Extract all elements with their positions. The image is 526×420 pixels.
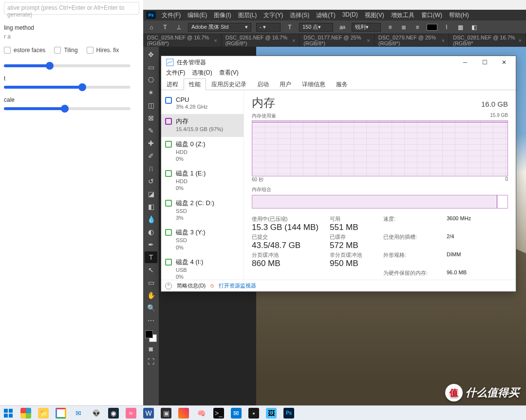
crop-tool-icon[interactable]: ◫ — [145, 99, 157, 111]
sidebar-item-disk[interactable]: 磁盘 0 (Z:)HDD0% — [161, 137, 244, 167]
app-icon[interactable] — [178, 408, 189, 419]
sidebar-item-disk[interactable]: 磁盘 4 (I:)USB0% — [161, 255, 244, 280]
sidebar-item-disk[interactable]: 磁盘 3 (Y:)SSD0% — [161, 225, 244, 255]
close-tab-icon[interactable]: × — [519, 38, 522, 43]
healing-tool-icon[interactable]: ✚ — [145, 137, 157, 149]
warp-text-icon[interactable]: ⌇ — [442, 23, 451, 32]
frame-tool-icon[interactable]: ⊠ — [145, 112, 157, 124]
hand-tool-icon[interactable]: ✋ — [145, 289, 157, 301]
lasso-tool-icon[interactable]: ⎔ — [145, 74, 157, 86]
align-left-icon[interactable]: ≡ — [386, 23, 394, 32]
shape-tool-icon[interactable]: ▭ — [145, 277, 157, 288]
ps-menu-item[interactable]: 选择(S) — [290, 11, 309, 19]
document-tab[interactable]: DSC_0261.NEF @ 16.7%(RGB/8*)× — [222, 34, 300, 47]
path-select-tool-icon[interactable]: ↖ — [145, 264, 157, 276]
font-style-select[interactable]: - ▾ — [256, 23, 281, 32]
ps-menu-item[interactable]: 文字(Y) — [263, 11, 283, 19]
windows-taskbar[interactable]: 📁 ✉ 👽 ◉ tv W ▣ 🧠 >_ ✉ ▪ 🖼 Ps — [0, 405, 526, 420]
text-color-swatch[interactable] — [427, 24, 437, 31]
file-explorer-icon[interactable]: 📁 — [38, 408, 49, 419]
tm-tab[interactable]: 服务 — [331, 78, 353, 90]
align-right-icon[interactable]: ≡ — [413, 23, 422, 32]
ps-menu-item[interactable]: 窗口(W) — [421, 11, 442, 19]
tm-tab[interactable]: 性能 — [184, 78, 206, 90]
maximize-button[interactable]: ☐ — [475, 56, 494, 69]
type-tool-icon[interactable]: T — [145, 251, 157, 263]
mail-icon[interactable]: ✉ — [73, 408, 84, 419]
marquee-tool-icon[interactable]: ▭ — [145, 61, 157, 73]
word-icon[interactable]: W — [143, 408, 154, 419]
task-manager-tabs[interactable]: 进程性能应用历史记录启动用户详细信息服务 — [161, 78, 516, 90]
ps-menu-item[interactable]: 图像(I) — [214, 11, 231, 19]
performance-sidebar[interactable]: CPU3% 4.28 GHz 内存15.4/15.9 GB (97%) 磁盘 0… — [161, 90, 244, 280]
close-tab-icon[interactable]: × — [214, 38, 217, 43]
photoshop-options-bar[interactable]: ⌂ T ⊥ Adobe 黑体 Std ▾ - ▾ T 150 点 ▾ aa 锐利… — [143, 20, 526, 34]
sidebar-item-disk[interactable]: 磁盘 1 (E:)HDD0% — [161, 166, 244, 196]
home-icon[interactable]: ⌂ — [147, 23, 156, 32]
brush-tool-icon[interactable]: ✐ — [145, 150, 157, 162]
titlebar[interactable]: 任务管理器 ─ ☐ ✕ — [161, 56, 516, 69]
terminal2-icon[interactable]: >_ — [213, 408, 224, 419]
minimize-button[interactable]: ─ — [455, 56, 475, 69]
hires-fix-checkbox[interactable]: Hires. fix — [87, 47, 119, 54]
start-button[interactable] — [3, 408, 14, 419]
eraser-tool-icon[interactable]: ◪ — [145, 188, 157, 200]
chrome-icon[interactable] — [56, 408, 66, 419]
edit-toolbar-icon[interactable]: ⋯ — [145, 315, 157, 326]
ps-menu-item[interactable]: 增效工具 — [391, 11, 414, 19]
tm-tab[interactable]: 用户 — [274, 78, 297, 90]
task-manager-menu[interactable]: 文件(F)选项(O)查看(V) — [161, 69, 516, 78]
ps-menu-item[interactable]: 滤镜(T) — [316, 11, 335, 19]
antialias-select[interactable]: 锐利 ▾ — [352, 23, 381, 32]
width-slider[interactable] — [4, 64, 131, 67]
terminal-icon[interactable]: ▣ — [161, 408, 171, 419]
ps-menu-item[interactable]: 3D(D) — [342, 11, 358, 19]
tools-panel[interactable]: ✥ ▭ ⎔ ✶ ◫ ⊠ ✎ ✚ ✐ ⎍ ↺ ◪ ◧ 💧 ◐ ✒ T ↖ ▭ ✋ … — [143, 47, 159, 405]
cfg-scale-slider[interactable] — [4, 107, 131, 110]
negative-prompt-input[interactable]: ative prompt (press Ctrl+Enter or Alt+En… — [4, 2, 139, 15]
document-tab[interactable]: DSC_0258.NEF @ 16.7%(RGB/8*)× — [143, 34, 222, 47]
font-size-select[interactable]: 150 点 ▾ — [299, 23, 333, 32]
close-button[interactable]: ✕ — [494, 56, 514, 69]
pen-tool-icon[interactable]: ✒ — [145, 239, 157, 250]
bilibili-icon[interactable]: tv — [126, 408, 136, 419]
ps-menu-item[interactable]: 视图(V) — [365, 11, 384, 19]
zoom-tool-icon[interactable]: 🔍 — [145, 302, 157, 314]
document-tab[interactable]: DSC_0177.NEF @ 25%(RGB/8*)× — [300, 34, 374, 47]
sidebar-item-disk[interactable]: 磁盘 2 (C: D:)SSD3% — [161, 196, 244, 226]
blur-tool-icon[interactable]: 💧 — [145, 213, 157, 225]
edge-icon[interactable] — [20, 408, 31, 419]
character-panel-icon[interactable]: ▦ — [456, 23, 465, 32]
document-tab[interactable]: DSC_0279.NEF @ 25%(RGB/8*)× — [375, 34, 449, 47]
close-tab-icon[interactable]: × — [292, 38, 295, 43]
ps-menu-item[interactable]: 帮助(H) — [449, 11, 469, 19]
alienware-icon[interactable]: 👽 — [91, 408, 101, 419]
screen-mode-icon[interactable]: ⛶ — [145, 356, 157, 367]
ps-menu-item[interactable]: 图层(L) — [238, 11, 257, 19]
photoshop-menu-bar[interactable]: 文件(F)编辑(E)图像(I)图层(L)文字(Y)选择(S)滤镜(T)3D(D)… — [159, 11, 472, 19]
brain-icon[interactable]: 🧠 — [196, 408, 207, 419]
move-tool-icon[interactable]: ✥ — [145, 49, 157, 60]
history-brush-tool-icon[interactable]: ↺ — [145, 175, 157, 187]
height-slider[interactable] — [4, 86, 131, 89]
ps-menu-item[interactable]: 编辑(E) — [188, 11, 207, 19]
orientation-icon[interactable]: ⊥ — [174, 23, 183, 32]
brief-info-link[interactable]: 简略信息(D) — [177, 282, 206, 289]
tm-menu-item[interactable]: 文件(F) — [166, 69, 185, 78]
tm-tab[interactable]: 进程 — [161, 78, 184, 90]
document-tab[interactable]: DSC_0281.NEF @ 16.7%(RGB/8*× — [449, 34, 526, 47]
tm-tab[interactable]: 应用历史记录 — [206, 78, 252, 90]
sidebar-item-cpu[interactable]: CPU3% 4.28 GHz — [161, 93, 244, 114]
color-swatch[interactable] — [145, 330, 157, 342]
document-tabs[interactable]: DSC_0258.NEF @ 16.7%(RGB/8*)×DSC_0261.NE… — [143, 34, 526, 47]
quick-mask-icon[interactable]: ◙ — [145, 343, 157, 355]
quick-select-tool-icon[interactable]: ✶ — [145, 87, 157, 98]
font-family-select[interactable]: Adobe 黑体 Std ▾ — [188, 23, 251, 32]
ps-menu-item[interactable]: 文件(F) — [162, 11, 181, 19]
gradient-tool-icon[interactable]: ◧ — [145, 201, 157, 212]
tm-menu-item[interactable]: 查看(V) — [219, 69, 239, 78]
tiling-checkbox[interactable]: Tiling — [54, 47, 77, 54]
sidebar-item-mem[interactable]: 内存15.4/15.9 GB (97%) — [161, 114, 244, 136]
photos-icon[interactable]: 🖼 — [266, 408, 277, 419]
tm-tab[interactable]: 详细信息 — [297, 78, 331, 90]
